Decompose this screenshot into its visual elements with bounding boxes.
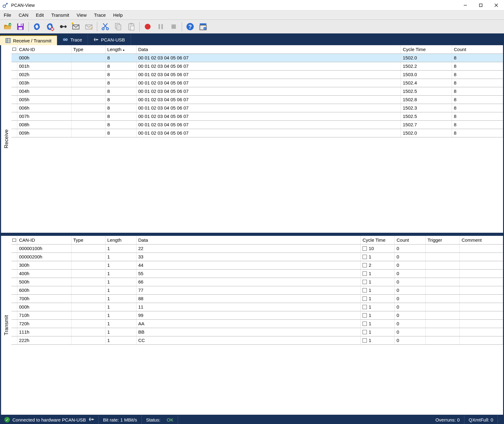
maximize-button[interactable] xyxy=(473,0,489,11)
checkbox-icon[interactable] xyxy=(363,246,367,251)
col-length[interactable]: Length xyxy=(105,236,136,244)
menu-edit[interactable]: Edit xyxy=(32,11,48,19)
col-marker[interactable] xyxy=(11,236,17,244)
minimize-button[interactable] xyxy=(458,0,473,11)
table-row[interactable]: 500h16610 xyxy=(11,278,503,286)
checkbox-icon[interactable] xyxy=(363,322,367,326)
table-row[interactable]: 002h800 01 02 03 04 05 06 071503.08 xyxy=(11,70,503,79)
col-count[interactable]: Count xyxy=(452,45,503,54)
col-type[interactable]: Type xyxy=(71,45,105,54)
table-row[interactable]: 00000100h122100 xyxy=(11,244,503,253)
menu-trace[interactable]: Trace xyxy=(90,11,110,19)
cell-comment xyxy=(460,319,503,328)
cell-canid: 222h xyxy=(17,336,71,344)
svg-rect-36 xyxy=(6,38,10,43)
cell-cycletime[interactable]: 2 xyxy=(361,261,395,269)
checkbox-icon[interactable] xyxy=(363,263,367,267)
table-row[interactable]: 005h800 01 02 03 04 05 06 071502.88 xyxy=(11,95,503,104)
checkbox-icon[interactable] xyxy=(363,305,367,309)
table-row[interactable]: 710h19910 xyxy=(11,311,503,319)
cell-cycletime: 1502.2 xyxy=(401,62,452,70)
col-type[interactable]: Type xyxy=(71,236,105,244)
receive-table[interactable]: CAN-ID Type Length ▴ Data Cycle Time Cou… xyxy=(11,45,503,137)
reset-button[interactable] xyxy=(57,20,69,33)
cell-count: 8 xyxy=(452,79,503,87)
open-button[interactable] xyxy=(1,20,14,33)
cell-count: 8 xyxy=(452,70,503,79)
col-trigger[interactable]: Trigger xyxy=(426,236,460,244)
col-length[interactable]: Length ▴ xyxy=(105,45,136,54)
menu-can[interactable]: CAN xyxy=(15,11,32,19)
cell-cycletime[interactable]: 1 xyxy=(361,269,395,278)
resize-grip-icon[interactable]: ⋰ xyxy=(498,418,504,422)
menu-view[interactable]: View xyxy=(73,11,90,19)
cut-button[interactable] xyxy=(99,20,111,33)
table-row[interactable]: 006h800 01 02 03 04 05 06 071502.38 xyxy=(11,104,503,112)
cell-cycletime[interactable]: 1 xyxy=(361,336,395,344)
table-row[interactable]: 720h1AA10 xyxy=(11,319,503,328)
connect-button[interactable] xyxy=(31,20,43,33)
table-row[interactable]: 222h1CC10 xyxy=(11,336,503,344)
col-cycletime[interactable]: Cycle Time xyxy=(361,236,395,244)
col-data[interactable]: Data xyxy=(136,45,401,54)
table-row[interactable]: 008h800 01 02 03 04 05 06 071502.78 xyxy=(11,120,503,129)
table-row[interactable]: 400h15510 xyxy=(11,269,503,278)
table-row[interactable]: 00000200h13310 xyxy=(11,253,503,261)
table-row[interactable]: 001h800 01 02 03 04 05 06 071502.28 xyxy=(11,62,503,70)
checkbox-icon[interactable] xyxy=(363,280,367,284)
cell-cycletime[interactable]: 1 xyxy=(361,319,395,328)
table-row[interactable]: 000h11110 xyxy=(11,303,503,311)
table-row[interactable]: 004h800 01 02 03 04 05 06 071502.58 xyxy=(11,87,503,95)
checkbox-icon[interactable] xyxy=(363,296,367,301)
cell-cycletime[interactable]: 10 xyxy=(361,244,395,253)
col-canid[interactable]: CAN-ID xyxy=(17,236,71,244)
disconnect-button[interactable] xyxy=(44,20,56,33)
cell-cycletime[interactable]: 1 xyxy=(361,311,395,319)
help-button[interactable]: ? xyxy=(184,20,196,33)
checkbox-icon[interactable] xyxy=(363,338,367,343)
tab-pcan-usb[interactable]: PCAN-USB xyxy=(88,34,131,45)
table-row[interactable]: 009h800 01 02 03 04 05 06 071502.08 xyxy=(11,129,503,137)
cell-comment xyxy=(460,261,503,269)
table-row[interactable]: 003h800 01 02 03 04 05 06 071502.48 xyxy=(11,79,503,87)
menu-help[interactable]: Help xyxy=(110,11,127,19)
close-button[interactable] xyxy=(489,0,504,11)
cell-cycletime[interactable]: 1 xyxy=(361,294,395,303)
cell-canid: 007h xyxy=(17,112,71,120)
col-canid[interactable]: CAN-ID xyxy=(17,45,71,54)
cell-cycletime: 1503.0 xyxy=(401,70,452,79)
checkbox-icon[interactable] xyxy=(363,255,367,259)
new-message-button[interactable] xyxy=(70,20,82,33)
cell-length: 8 xyxy=(105,104,136,112)
menu-transmit[interactable]: Transmit xyxy=(48,11,73,19)
col-data[interactable]: Data xyxy=(136,236,361,244)
cell-cycletime[interactable]: 1 xyxy=(361,278,395,286)
menu-file[interactable]: File xyxy=(0,11,15,19)
record-button[interactable] xyxy=(141,20,154,33)
table-row[interactable]: 300h14420 xyxy=(11,261,503,269)
table-row[interactable]: 111h1BB10 xyxy=(11,328,503,336)
table-row[interactable]: 007h800 01 02 03 04 05 06 071502.58 xyxy=(11,112,503,120)
cell-cycletime[interactable]: 1 xyxy=(361,286,395,294)
checkbox-icon[interactable] xyxy=(363,288,367,292)
cell-cycletime[interactable]: 1 xyxy=(361,303,395,311)
cell-cycletime[interactable]: 1 xyxy=(361,253,395,261)
tab-receive-transmit[interactable]: Receive / Transmit xyxy=(0,35,57,45)
col-cycletime[interactable]: Cycle Time xyxy=(401,45,452,54)
cell-cycletime[interactable]: 1 xyxy=(361,328,395,336)
checkbox-icon[interactable] xyxy=(363,271,367,276)
col-count[interactable]: Count xyxy=(395,236,426,244)
cell-data: 00 01 02 03 04 05 06 07 xyxy=(136,87,401,95)
checkbox-icon[interactable] xyxy=(363,313,367,318)
transmit-table[interactable]: CAN-ID Type Length Data Cycle Time Count… xyxy=(11,236,503,345)
table-row[interactable]: 600h17710 xyxy=(11,286,503,294)
table-row[interactable]: 000h800 01 02 03 04 05 06 071502.08 xyxy=(11,54,503,62)
col-marker[interactable] xyxy=(11,45,17,54)
table-row[interactable]: 700h18810 xyxy=(11,294,503,303)
settings-button[interactable]: i xyxy=(197,20,209,33)
toolbar: ? i xyxy=(0,20,504,34)
tab-trace[interactable]: Trace xyxy=(57,34,88,45)
save-button[interactable] xyxy=(14,20,27,33)
col-comment[interactable]: Comment xyxy=(460,236,503,244)
checkbox-icon[interactable] xyxy=(363,330,367,334)
